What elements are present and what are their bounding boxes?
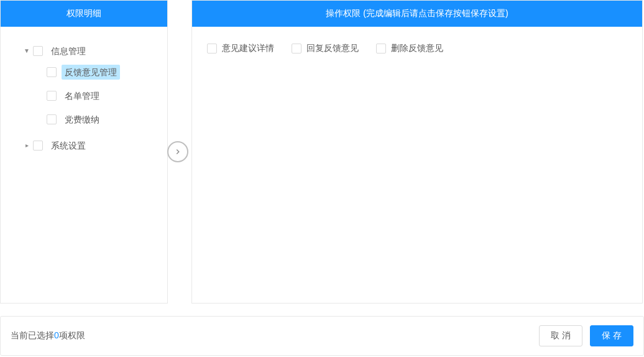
permission-checkbox[interactable] <box>376 44 386 53</box>
caret-right-icon[interactable]: ▸ <box>22 138 32 153</box>
permission-checkbox[interactable] <box>292 44 301 53</box>
footer-actions: 取 消 保 存 <box>539 325 633 346</box>
tree-node-party-fee[interactable]: ▸ 党费缴纳 <box>21 110 161 129</box>
permission-label: 删除反馈意见 <box>391 43 443 54</box>
tree-node-info-mgmt[interactable]: ▼ 信息管理 <box>7 42 161 60</box>
caret-down-icon[interactable]: ▼ <box>22 44 32 58</box>
save-button[interactable]: 保 存 <box>590 325 633 346</box>
tree-label: 系统设置 <box>48 138 89 153</box>
tree-label: 名单管理 <box>62 88 103 103</box>
left-panel-title: 权限明细 <box>1 1 167 27</box>
tree-checkbox[interactable] <box>47 67 57 77</box>
tree-checkbox[interactable] <box>33 46 43 56</box>
tree-node-list-mgmt[interactable]: ▸ 名单管理 <box>21 86 161 105</box>
tree-label: 反馈意见管理 <box>62 65 120 80</box>
permission-item-detail[interactable]: 意见建议详情 <box>207 43 274 54</box>
tree-node-feedback-mgmt[interactable]: ▸ 反馈意见管理 <box>21 63 161 81</box>
tree-checkbox[interactable] <box>47 114 57 124</box>
permission-item-reply[interactable]: 回复反馈意见 <box>292 43 359 54</box>
status-suffix: 项权限 <box>59 330 85 340</box>
status-count: 0 <box>54 330 59 340</box>
footer-bar: 当前已选择0项权限 取 消 保 存 <box>0 316 644 356</box>
cancel-button[interactable]: 取 消 <box>539 325 582 346</box>
permission-checkbox[interactable] <box>207 44 217 53</box>
permissions-tree-panel: 权限明细 ▼ 信息管理 ▸ 反馈意见管理 <box>0 0 168 304</box>
tree-node-system-settings[interactable]: ▸ 系统设置 <box>7 136 161 155</box>
permission-label: 意见建议详情 <box>222 43 274 54</box>
tree-label: 信息管理 <box>48 44 89 58</box>
status-prefix: 当前已选择 <box>11 330 54 340</box>
permissions-body: 意见建议详情 回复反馈意见 删除反馈意见 <box>192 27 642 303</box>
right-panel-title: 操作权限 (完成编辑后请点击保存按钮保存设置) <box>192 1 642 27</box>
operation-permissions-panel: 操作权限 (完成编辑后请点击保存按钮保存设置) 意见建议详情 回复反馈意见 删除… <box>191 0 643 304</box>
permission-label: 回复反馈意见 <box>306 43 359 54</box>
tree-checkbox[interactable] <box>33 141 43 151</box>
collapse-toggle-button[interactable] <box>167 141 188 162</box>
permission-item-delete[interactable]: 删除反馈意见 <box>376 43 443 54</box>
selection-status: 当前已选择0项权限 <box>11 330 85 341</box>
tree-checkbox[interactable] <box>47 91 57 101</box>
tree-label: 党费缴纳 <box>62 112 103 127</box>
chevron-right-icon <box>173 147 182 156</box>
tree-body: ▼ 信息管理 ▸ 反馈意见管理 <box>1 27 167 303</box>
